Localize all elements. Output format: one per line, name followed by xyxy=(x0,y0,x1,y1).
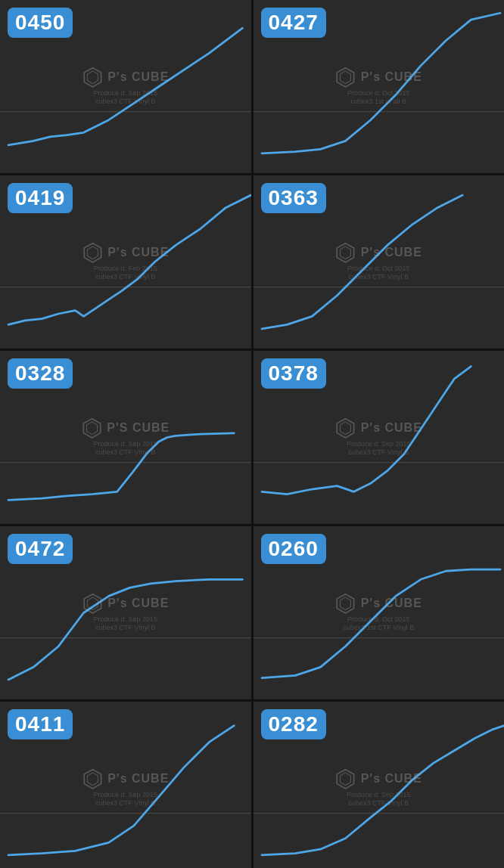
card-number-0427: 0427 xyxy=(261,8,326,38)
card-number-0472: 0472 xyxy=(8,534,73,564)
card-number-0282: 0282 xyxy=(261,709,326,739)
card-number-0328: 0328 xyxy=(8,358,73,389)
card-0450[interactable]: 0450 P's CUBEProduce d: Sep 2015cubex3 C… xyxy=(0,0,251,173)
card-number-0378: 0378 xyxy=(261,358,326,389)
card-grid: 0450 P's CUBEProduce d: Sep 2015cubex3 C… xyxy=(0,0,504,868)
card-0363[interactable]: 0363 P's CUBEProduce d: Oct 2015cubex3 C… xyxy=(254,175,505,349)
card-number-0450: 0450 xyxy=(8,8,73,38)
card-0427[interactable]: 0427 P's CUBEProduce d: Oct 2015cubex3 1… xyxy=(254,0,505,173)
card-number-0260: 0260 xyxy=(261,534,326,564)
card-number-0419: 0419 xyxy=(8,183,73,213)
card-number-0411: 0411 xyxy=(8,709,73,739)
card-0472[interactable]: 0472 P's CUBEProduce d: Sep 2015cubex3 C… xyxy=(0,526,251,699)
card-0411[interactable]: 0411 P's CUBEProduce d: Sep 2015cubex3 C… xyxy=(0,702,251,868)
card-0378[interactable]: 0378 P's CUBEProduce d: Sep 2015cubex3 C… xyxy=(254,351,505,524)
card-number-0363: 0363 xyxy=(261,183,326,213)
card-0419[interactable]: 0419 P's CUBEProduce d: Feb 2015cubex3 C… xyxy=(0,175,251,349)
card-0260[interactable]: 0260 P's CUBEProduce d: Oct 2015cubex3 1… xyxy=(254,526,505,699)
card-0282[interactable]: 0282 P's CUBEProduce d: Sep 2015cubex3 C… xyxy=(254,702,505,868)
card-0328[interactable]: 0328 P'S CUBEProduce d: Sep 2015cubex3 C… xyxy=(0,351,251,524)
